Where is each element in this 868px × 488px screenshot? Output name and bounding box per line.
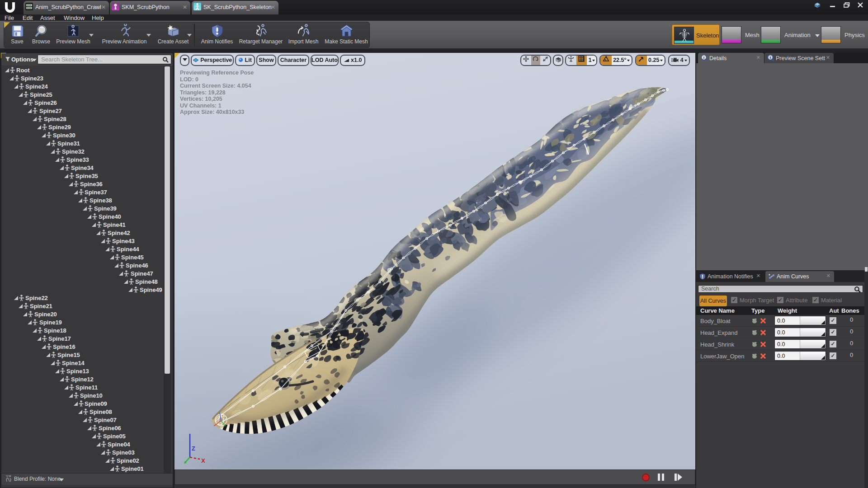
svg-text:X: X bbox=[201, 457, 205, 464]
svg-text:Z: Z bbox=[192, 445, 195, 452]
